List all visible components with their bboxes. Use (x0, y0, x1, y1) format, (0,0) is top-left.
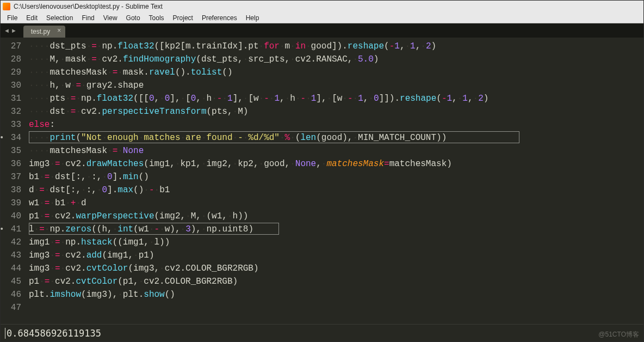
code-line[interactable]: ····dst_pts·=·np.float32([kp2[m.trainIdx… (26, 40, 643, 53)
line-number: 44 (1, 262, 21, 275)
line-number: 45 (1, 275, 21, 288)
menu-item-find[interactable]: Find (77, 13, 98, 23)
code-line[interactable]: ····print("Not·enough·matches·are·found·… (26, 131, 643, 144)
code-line[interactable]: ····pts·=·np.float32([[0,·0],·[0,·h·-·1]… (26, 92, 643, 105)
menu-item-goto[interactable]: Goto (122, 13, 145, 23)
tab-bar: ◄ ► test.py × (1, 23, 643, 38)
line-number: 46 (1, 288, 21, 301)
code-line[interactable]: d·=·dst[:,·:,·0].max()·-·b1 (26, 184, 643, 197)
sublime-window: C:\Users\lenovouser\Desktop\test.py - Su… (0, 0, 644, 342)
status-value: 0.684586926119135 (7, 328, 101, 339)
tab-label: test.py (31, 28, 50, 35)
line-number: 30 (1, 79, 21, 92)
line-number: 47 (1, 301, 21, 314)
code-line[interactable]: else: (26, 118, 643, 131)
code-line[interactable]: ····matchesMask·=·None (26, 144, 643, 157)
menu-item-view[interactable]: View (99, 13, 122, 23)
code-line[interactable]: ····matchesMask·=·mask.ravel().tolist() (26, 66, 643, 79)
line-number: 39 (1, 197, 21, 210)
code-line[interactable] (26, 301, 643, 314)
menu-item-tools[interactable]: Tools (145, 13, 169, 23)
menu-item-project[interactable]: Project (169, 13, 197, 23)
line-number: 38 (1, 184, 21, 197)
code-line[interactable]: p1·=·cv2.warpPerspective(img2,·M,·(w1,·h… (26, 210, 643, 223)
code-line[interactable]: ····h,·w·=·gray2.shape (26, 79, 643, 92)
line-number: 42 (1, 236, 21, 249)
code-line[interactable]: b1·=·dst[:,·:,·0].min() (26, 170, 643, 184)
watermark: @51CTO博客 (598, 330, 639, 339)
code-line[interactable]: img3·=·cv2.drawMatches(img1,·kp1,·img2,·… (26, 157, 643, 170)
titlebar[interactable]: C:\Users\lenovouser\Desktop\test.py - Su… (1, 1, 643, 13)
line-number: 34 (1, 131, 21, 144)
gutter: 2728293031323334353637383940414243444546… (1, 38, 26, 324)
menu-item-file[interactable]: File (3, 13, 22, 23)
menu-item-preferences[interactable]: Preferences (197, 13, 242, 23)
line-number: 32 (1, 105, 21, 118)
tab-back-icon[interactable]: ◄ (4, 27, 10, 34)
line-number: 31 (1, 92, 21, 105)
caret (5, 328, 5, 339)
tab-active[interactable]: test.py × (23, 26, 65, 38)
code-area[interactable]: ····dst_pts·=·np.float32([kp2[m.trainIdx… (26, 38, 643, 324)
code-line[interactable]: ····dst·=·cv2.perspectiveTransform(pts,·… (26, 105, 643, 118)
code-line[interactable]: ····M,·mask·=·cv2.findHomography(dst_pts… (26, 53, 643, 66)
code-line[interactable]: l·=·np.zeros((h,·int(w1·-·w),·3),·np.uin… (26, 223, 643, 236)
line-number: 27 (1, 40, 21, 53)
tab-forward-icon[interactable]: ► (11, 27, 17, 34)
app-icon (3, 3, 10, 10)
line-number: 43 (1, 249, 21, 262)
line-number: 40 (1, 210, 21, 223)
code-line[interactable]: plt.imshow(img3),·plt.show() (26, 288, 643, 301)
line-number: 33 (1, 118, 21, 131)
code-line[interactable]: w1·=·b1·+·d (26, 197, 643, 210)
menu-item-help[interactable]: Help (242, 13, 264, 23)
code-line[interactable]: p1·=·cv2.cvtColor(p1,·cv2.COLOR_BGR2RGB) (26, 275, 643, 288)
line-number: 36 (1, 157, 21, 170)
close-icon[interactable]: × (57, 27, 61, 34)
menu-item-edit[interactable]: Edit (22, 13, 42, 23)
code-line[interactable]: img1·=·np.hstack((img1,·l)) (26, 236, 643, 249)
tab-history-nav: ◄ ► (1, 23, 20, 38)
menu-item-selection[interactable]: Selection (42, 13, 77, 23)
code-line[interactable]: img3·=·cv2.add(img1,·p1) (26, 249, 643, 262)
code-line[interactable]: img3·=·cv2.cvtColor(img3,·cv2.COLOR_BGR2… (26, 262, 643, 275)
line-number: 29 (1, 66, 21, 79)
line-number: 28 (1, 53, 21, 66)
line-number: 35 (1, 144, 21, 157)
status-bar: 0.684586926119135 @51CTO博客 (1, 324, 643, 341)
menubar: FileEditSelectionFindViewGotoToolsProjec… (1, 13, 643, 23)
line-number: 41 (1, 223, 21, 236)
window-title: C:\Users\lenovouser\Desktop\test.py - Su… (14, 3, 163, 10)
editor: 2728293031323334353637383940414243444546… (1, 38, 643, 324)
line-number: 37 (1, 170, 21, 184)
